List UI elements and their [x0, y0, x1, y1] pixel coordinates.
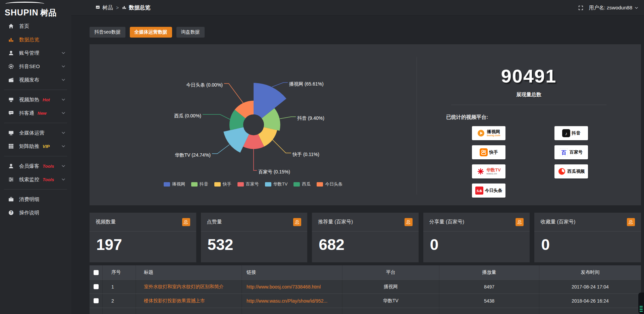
- sidebar-item-data-overview[interactable]: 数据总览: [0, 33, 71, 46]
- floating-widget[interactable]: [638, 293, 644, 314]
- stat-card-title: 分享量 (百家号): [429, 219, 464, 225]
- sidebar-item-home[interactable]: 首页: [0, 19, 71, 33]
- videos-table: 序号标题链接平台播放量发布时间 1室外水纹灯和室内水纹灯的区别和简介http:/…: [90, 265, 641, 314]
- chevron-down-icon: [61, 130, 66, 135]
- tab-douyin-seo-data[interactable]: 抖音seo数据: [90, 27, 125, 38]
- stat-card-value: 532: [201, 231, 308, 254]
- sidebar-item-label: 全媒体运营: [19, 130, 44, 136]
- legend-item[interactable]: 快手: [214, 181, 231, 187]
- column-header: 平台: [342, 265, 439, 279]
- sidebar-item-account-manage[interactable]: 账号管理: [0, 46, 71, 60]
- brand-logo[interactable]: SHUPIN 树品: [0, 0, 71, 17]
- legend-item[interactable]: 抖音: [191, 181, 208, 187]
- legend-label: 西瓜: [302, 181, 311, 187]
- total-impressions-value: 90491: [501, 65, 557, 87]
- user-icon: [8, 50, 14, 56]
- sidebar-item-video-heating[interactable]: 视频加热Hot: [0, 93, 71, 106]
- breadcrumb-item-shupin[interactable]: 树品: [95, 4, 113, 11]
- total-badge: 总: [182, 218, 190, 226]
- breadcrumb-label: 树品: [102, 4, 113, 11]
- svg-text:头条: 头条: [476, 189, 482, 193]
- platform-badge-toutiao: 头条今日头条: [472, 184, 505, 198]
- sidebar-item-media-operation[interactable]: 全媒体运营: [0, 126, 71, 140]
- sidebar-item-douketong[interactable]: 抖客通New: [0, 106, 71, 120]
- breadcrumb-item-data-overview[interactable]: 数据总览: [122, 4, 150, 11]
- stat-card-title: 推荐量 (百家号): [318, 219, 353, 225]
- sidebar-item-label: 数据总览: [19, 37, 39, 43]
- fullscreen-icon[interactable]: [578, 5, 584, 11]
- sidebar-item-douyin-seo[interactable]: 抖音SEO: [0, 60, 71, 73]
- widget-bar: [640, 308, 643, 308]
- chevron-down-icon: [634, 6, 639, 10]
- chevron-down-icon: [61, 111, 66, 115]
- breadcrumb-separator: >: [116, 5, 119, 10]
- column-header: 序号: [103, 265, 136, 279]
- chevron-down-icon: [61, 164, 66, 168]
- cell-url-link[interactable]: http://www.wasu.cn/Play/show/id/952...: [247, 298, 327, 304]
- gear-icon: [8, 63, 14, 69]
- user-menu[interactable]: 用户名: zswodun88: [589, 5, 639, 11]
- svg-text:♪: ♪: [565, 131, 567, 136]
- sidebar-item-video-publish[interactable]: 视频发布: [0, 73, 71, 87]
- platform-badge-kuaishou: 快手: [472, 145, 505, 159]
- pie-slice-4[interactable]: [223, 127, 249, 153]
- platform-subtext: wasu.cn: [486, 172, 501, 175]
- column-header: 播放量: [439, 265, 539, 279]
- row-checkbox[interactable]: [94, 284, 99, 289]
- member-icon: [8, 163, 14, 169]
- sidebar-item-label: 抖客通: [19, 110, 34, 116]
- sidebar-divider: [4, 156, 67, 156]
- platform-badge-boosj: 播视网boosj.com: [472, 126, 505, 140]
- select-all-checkbox[interactable]: [94, 270, 99, 275]
- platforms-label: 已统计的视频平台:: [446, 114, 588, 120]
- cell-plays: 5438: [439, 294, 539, 308]
- legend-item[interactable]: 播视网: [164, 181, 185, 187]
- sidebar-item-matrix-boost[interactable]: 矩阵助推VIP: [0, 140, 71, 153]
- legend-item[interactable]: 华数TV: [265, 181, 288, 187]
- panel-icon: [95, 5, 100, 11]
- cell-url-link[interactable]: http://www.boosj.com/7338468.html: [247, 284, 321, 290]
- platform-subtext: boosj.com: [487, 134, 500, 137]
- platforms-grid: 播视网boosj.com♪抖音快手百百家号华数TVwasu.cn西瓜视频头条今日…: [472, 126, 588, 198]
- stat-cards: 视频数量总197点赞量总532推荐量 (百家号)总682分享量 (百家号)总0收…: [90, 213, 641, 262]
- cell-title-link[interactable]: 室外水纹灯和室内水纹灯的区别和简介: [144, 284, 224, 290]
- topbar: 树品 > 数据总览 用户名: zswodun88: [71, 0, 644, 16]
- overview-divider: [451, 105, 606, 105]
- stat-card-title: 收藏量 (百家号): [540, 219, 575, 225]
- sidebar-item-clue-monitor[interactable]: 线索监控Tools: [0, 173, 71, 186]
- chevron-down-icon: [61, 64, 66, 69]
- question-icon: ?: [8, 210, 14, 216]
- sidebar-item-label: 线索监控: [19, 176, 39, 183]
- total-badge: 总: [627, 218, 635, 226]
- widget-bar: [640, 311, 643, 312]
- boosj-logo-icon: [477, 129, 485, 137]
- platform-name: 今日头条: [485, 188, 502, 193]
- chart-legend: 播视网抖音快手百家号华数TV西瓜今日头条: [90, 181, 417, 187]
- breadcrumb-label: 数据总览: [129, 4, 150, 11]
- sidebar-divider: [4, 123, 67, 123]
- sidebar-item-label: 操作说明: [19, 210, 39, 216]
- legend-item[interactable]: 西瓜: [293, 181, 311, 187]
- tab-media-operation-data[interactable]: 全媒体运营数据: [130, 27, 172, 38]
- sidebar-item-operation-guide[interactable]: ?操作说明: [0, 206, 71, 219]
- cell-no: 1: [103, 280, 136, 294]
- cell-platform: 华数TV: [342, 294, 439, 308]
- legend-item[interactable]: 百家号: [237, 181, 259, 187]
- row-checkbox[interactable]: [94, 298, 99, 303]
- stat-card-title: 点赞量: [207, 219, 222, 225]
- app-root: SHUPIN 树品 首页数据总览账号管理抖音SEO视频发布视频加热Hot抖客通N…: [0, 0, 644, 314]
- sidebar-item-label: 账号管理: [19, 50, 39, 56]
- sidebar-item-consume-detail[interactable]: 消费明细: [0, 193, 71, 206]
- tab-inquiry-data[interactable]: 询盘数据: [176, 27, 205, 38]
- home-icon: [8, 23, 14, 29]
- sidebar-item-label: 首页: [19, 23, 29, 30]
- column-header: 链接: [242, 265, 342, 279]
- sidebar-item-badge: Hot: [43, 97, 50, 102]
- sidebar-item-label: 矩阵助推: [19, 143, 39, 150]
- cell-title-link[interactable]: 楼体投影灯投影效果震撼上市: [144, 298, 205, 304]
- table-row: 2楼体投影灯投影效果震撼上市http://www.wasu.cn/Play/sh…: [90, 294, 641, 308]
- baijiahao-logo-icon: 百: [560, 148, 568, 156]
- panel-divider: [417, 57, 417, 195]
- legend-item[interactable]: 今日头条: [317, 181, 342, 187]
- sidebar-item-member-baoke[interactable]: 会员爆客Tools: [0, 159, 71, 173]
